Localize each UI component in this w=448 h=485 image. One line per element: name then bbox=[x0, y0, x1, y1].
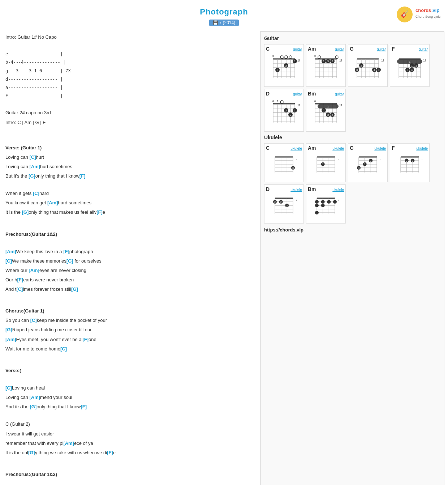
G-guitar-diagram: 2 3 4 3 1fr bbox=[352, 52, 384, 85]
chord-C[interactable]: [C] bbox=[5, 385, 12, 391]
svg-text:1: 1 bbox=[370, 159, 371, 162]
svg-text:.vip: .vip bbox=[431, 8, 439, 13]
chord-G[interactable]: [G] bbox=[29, 173, 35, 179]
svg-text:3: 3 bbox=[290, 113, 292, 116]
song-title: Photograph bbox=[4, 7, 444, 17]
chord-Am[interactable]: [Am] bbox=[30, 164, 40, 169]
svg-text:3: 3 bbox=[358, 167, 359, 169]
chord-G[interactable]: [G] bbox=[66, 258, 73, 264]
chord-Am[interactable]: [Am] bbox=[63, 441, 74, 446]
svg-text:4: 4 bbox=[411, 68, 413, 72]
chord-C[interactable]: [C] bbox=[5, 258, 12, 264]
chord-F-guitar: F guitar bbox=[390, 44, 430, 87]
ukulele-chord-row-1: C ukulele 3 bbox=[264, 143, 440, 182]
sd-icon: 💾 bbox=[213, 20, 218, 25]
logo-svg: 🎸 chords .vip Chord Song Lyric bbox=[394, 5, 441, 24]
svg-text:1: 1 bbox=[412, 159, 413, 162]
svg-text:2: 2 bbox=[280, 201, 282, 203]
lyric-line: remember that with every pi[Am]ece of ya bbox=[5, 439, 255, 447]
svg-text:1fr: 1fr bbox=[423, 59, 426, 62]
chord-F[interactable]: [F] bbox=[63, 249, 69, 254]
intro-section: Intro: Guitar 1# No Capo e--------------… bbox=[5, 33, 255, 127]
url-footer[interactable]: https://chords.vip bbox=[264, 227, 440, 233]
chord-F[interactable]: [F] bbox=[107, 450, 113, 455]
svg-text:1fr: 1fr bbox=[296, 157, 297, 160]
svg-text:1fr: 1fr bbox=[297, 103, 300, 107]
chord-Am[interactable]: [Am] bbox=[5, 249, 16, 254]
svg-text:1fr: 1fr bbox=[339, 103, 342, 107]
D-ukulele-diagram: 2 2 3 1fr bbox=[271, 193, 297, 222]
svg-text:1fr: 1fr bbox=[381, 59, 384, 62]
header: Photograph 💾 x (2014) 🎸 chords .vip Chor… bbox=[4, 4, 444, 28]
chord-F[interactable]: [F] bbox=[82, 337, 89, 342]
svg-text:1fr: 1fr bbox=[338, 157, 339, 160]
chord-Am[interactable]: [Am] bbox=[29, 268, 39, 273]
svg-text:🎸: 🎸 bbox=[401, 10, 409, 18]
chord-F[interactable]: [F] bbox=[96, 209, 103, 215]
svg-text:2: 2 bbox=[285, 64, 287, 67]
guitar-chord-row-2: D guitar x bbox=[264, 89, 440, 132]
lyric-line: And it's the [G]only thing that I know[F… bbox=[5, 403, 255, 411]
svg-text:1: 1 bbox=[411, 64, 413, 67]
D-guitar-diagram: x x 1 3 2 1fr bbox=[268, 97, 300, 130]
svg-point-103 bbox=[280, 101, 283, 103]
svg-point-212 bbox=[321, 200, 325, 204]
lyric-line: Loving can [C]hurt bbox=[5, 153, 255, 161]
svg-text:3: 3 bbox=[286, 204, 288, 207]
F-guitar-diagram: 1 1 1 3 4 1fr bbox=[393, 52, 426, 85]
svg-text:1fr: 1fr bbox=[297, 59, 300, 62]
Am-ukulele-diagram: 2 1fr bbox=[313, 152, 339, 180]
Bm-ukulele-diagram: 1fr bbox=[313, 193, 339, 222]
chord-Am-guitar: Am guitar x bbox=[306, 44, 346, 87]
svg-text:1: 1 bbox=[323, 60, 325, 63]
svg-point-215 bbox=[315, 204, 319, 207]
lyric-line: Loving can [Am]hurt sometimes bbox=[5, 163, 255, 171]
chord-F[interactable]: [F] bbox=[79, 173, 86, 179]
intro-label: Intro: Guitar 1# No Capo bbox=[5, 33, 255, 41]
svg-point-18 bbox=[285, 56, 288, 59]
year-badge: 💾 x (2014) bbox=[209, 20, 239, 26]
svg-text:2: 2 bbox=[332, 60, 333, 63]
svg-text:Chord Song Lyric: Chord Song Lyric bbox=[415, 15, 441, 18]
chord-F[interactable]: [F] bbox=[81, 404, 87, 409]
lyric-line: [Am]Eyes meet, you won't ever be al[F]on… bbox=[5, 336, 255, 344]
chord-Am[interactable]: [Am] bbox=[47, 200, 58, 205]
chord-G[interactable]: [G] bbox=[28, 450, 35, 455]
svg-text:3: 3 bbox=[407, 68, 409, 72]
chord-C[interactable]: [C] bbox=[30, 318, 37, 323]
chord-Am[interactable]: [Am] bbox=[30, 395, 40, 400]
page-wrapper: Photograph 💾 x (2014) 🎸 chords .vip Chor… bbox=[0, 0, 448, 485]
chord-C[interactable]: [C] bbox=[60, 346, 67, 352]
svg-text:3: 3 bbox=[378, 68, 380, 72]
chord-C[interactable]: [C] bbox=[30, 154, 36, 160]
chord-F[interactable]: [F] bbox=[17, 277, 23, 282]
svg-text:x: x bbox=[314, 54, 316, 58]
prechorus1-label: Prechorus:(Guitar 1&2) bbox=[5, 230, 255, 238]
svg-text:2: 2 bbox=[406, 159, 408, 162]
tab-lines: e------------------- | b-4---4----------… bbox=[5, 51, 255, 99]
chord-G[interactable]: [G] bbox=[22, 209, 29, 215]
svg-text:x: x bbox=[272, 99, 274, 103]
chord-D-guitar: D guitar x bbox=[264, 89, 304, 132]
svg-text:1: 1 bbox=[409, 60, 411, 63]
chord-Am[interactable]: [Am] bbox=[5, 337, 16, 342]
svg-text:3: 3 bbox=[277, 68, 279, 72]
lyric-line: [C]We make these memories[G] for ourselv… bbox=[5, 257, 255, 265]
chord-C[interactable]: [C] bbox=[33, 191, 39, 196]
svg-text:2: 2 bbox=[361, 64, 362, 67]
chord-C[interactable]: [C] bbox=[16, 286, 23, 292]
svg-text:1fr: 1fr bbox=[422, 157, 422, 160]
lyric-line: It is the [G]only thing that makes us fe… bbox=[5, 208, 255, 216]
chord-G[interactable]: [G] bbox=[71, 286, 78, 292]
logo: 🎸 chords .vip Chord Song Lyric bbox=[394, 5, 441, 24]
chord-G[interactable]: [G] bbox=[5, 327, 12, 332]
lyric-line: Where our [Am]eyes are never closing bbox=[5, 267, 255, 275]
c-guitar2-section: C (Guitar 2) bbox=[5, 420, 255, 428]
chord-G[interactable]: [G] bbox=[30, 404, 37, 409]
chord-D-ukulele: D ukulele 2 bbox=[264, 184, 304, 224]
svg-text:chords: chords bbox=[415, 8, 431, 13]
svg-text:3: 3 bbox=[292, 167, 294, 169]
lyric-line: And t[C]imes forever frozen still[G] bbox=[5, 285, 255, 293]
chord-G-guitar: G guitar bbox=[348, 44, 388, 87]
Bm-guitar-diagram: x 1 2 3 4 1fr bbox=[310, 97, 342, 130]
